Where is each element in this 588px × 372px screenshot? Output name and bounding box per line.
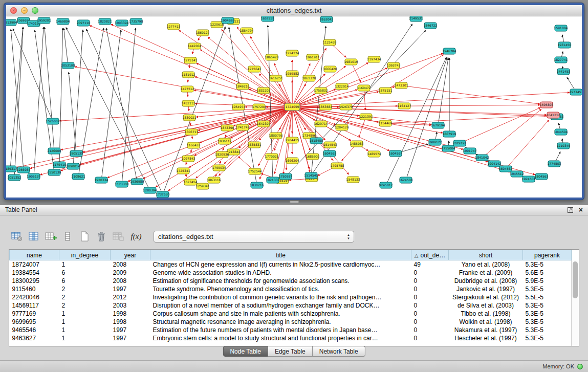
close-panel-button[interactable]: × [579, 206, 583, 213]
network-node[interactable]: 1830021 [183, 115, 197, 121]
network-node[interactable]: 1841042 [475, 155, 489, 161]
network-node[interactable]: 1936112 [218, 138, 232, 144]
cell-pagerank[interactable]: 5.9E-5 [523, 277, 572, 285]
cell-title[interactable]: Embryonic stem cells: a model to study s… [150, 334, 411, 342]
network-node[interactable]: 1770028 [265, 154, 279, 160]
cell-pagerank[interactable]: 5.3E-5 [523, 318, 572, 326]
network-edge[interactable] [59, 28, 63, 165]
network-node[interactable]: 1945512 [510, 171, 524, 177]
cell-name[interactable]: 22420046 [10, 293, 59, 301]
cell-in_degree[interactable]: 1 [59, 326, 111, 334]
network-node[interactable]: 1635831 [248, 142, 262, 148]
column-header-name[interactable]: name [10, 250, 59, 260]
network-node[interactable]: 1679194 [431, 122, 445, 128]
cell-short[interactable]: Jankovic et al. (1997) [449, 285, 523, 293]
network-node[interactable]: 1485083 [350, 141, 364, 147]
network-node[interactable]: 1853664 [319, 104, 333, 110]
network-node[interactable]: 1221391 [359, 114, 373, 120]
network-hub-node[interactable]: 1724059 [285, 103, 300, 111]
cell-pagerank[interactable]: 5.6E-5 [523, 269, 572, 277]
new-table-button[interactable] [77, 230, 92, 243]
network-edge[interactable] [17, 107, 292, 167]
function-builder-button[interactable]: f(x) [127, 230, 145, 243]
network-node[interactable]: 1595803 [540, 102, 554, 108]
network-node[interactable]: 1442004 [188, 43, 202, 49]
table-row[interactable]: 1456911722003Disruption of a novel membe… [10, 301, 572, 310]
delete-column-button[interactable] [60, 230, 75, 243]
cell-in_degree[interactable]: 1 [59, 334, 111, 342]
network-node[interactable]: 1189317 [6, 166, 17, 172]
cell-in_degree[interactable]: 6 [59, 277, 111, 285]
network-edge[interactable] [482, 109, 541, 158]
cell-out_degree[interactable]: 0 [411, 301, 449, 310]
network-node[interactable]: 1197434 [367, 56, 381, 62]
cell-pagerank[interactable]: 5.3E-5 [523, 334, 572, 342]
table-row[interactable]: 946362711997Embryonic stem cells: a mode… [10, 334, 572, 342]
network-node[interactable]: 1154469 [379, 120, 393, 126]
cell-year[interactable]: 2012 [111, 293, 150, 301]
cell-year[interactable]: 2009 [111, 269, 150, 277]
table-row[interactable]: 977716911998Corpus callosum shape and si… [10, 310, 572, 318]
cell-in_degree[interactable]: 2 [59, 293, 111, 301]
network-node[interactable]: 1959201 [37, 17, 51, 24]
network-edge[interactable] [292, 63, 310, 107]
cell-year[interactable]: 1998 [111, 310, 150, 318]
cell-out_degree[interactable]: 0 [411, 285, 449, 293]
network-node[interactable]: 1750937 [279, 173, 293, 180]
network-node[interactable]: 8163042 [320, 16, 334, 23]
network-edge[interactable] [385, 116, 547, 123]
network-node[interactable]: 1548133 [346, 177, 360, 183]
network-node[interactable]: 1875151 [379, 87, 393, 94]
network-edge[interactable] [237, 27, 292, 107]
network-node[interactable]: 1920334 [95, 177, 108, 183]
close-window-button[interactable]: × [10, 7, 17, 14]
network-node[interactable]: 1097843 [182, 156, 195, 162]
network-node[interactable]: 2108621 [72, 173, 85, 180]
network-node[interactable]: 9245012 [379, 182, 393, 188]
network-node[interactable]: 1800795 [269, 133, 283, 139]
panel-resize-handle[interactable] [290, 201, 299, 203]
network-node[interactable]: 1861370 [302, 75, 316, 81]
cell-short[interactable]: Tibbo et al. (1998) [449, 310, 523, 318]
network-edge[interactable] [64, 28, 68, 65]
network-node[interactable]: 1946784 [443, 48, 456, 54]
network-node[interactable]: 1452112 [182, 100, 195, 106]
network-node[interactable]: 1890014 [67, 163, 80, 169]
network-node[interactable]: 1799034 [212, 165, 226, 171]
network-edge[interactable] [45, 27, 54, 151]
network-node[interactable]: 1044504 [554, 129, 568, 135]
network-node[interactable]: 1863116 [207, 177, 221, 183]
network-node[interactable]: 1224274 [286, 50, 299, 56]
network-node[interactable]: 1860127 [196, 30, 210, 36]
network-node[interactable]: 1755004 [442, 145, 455, 151]
cell-in_degree[interactable]: 1 [59, 310, 111, 318]
table-row[interactable]: 1938455462009Genome-wide association stu… [10, 269, 572, 277]
network-edge[interactable] [179, 30, 292, 107]
cell-year[interactable]: 1997 [111, 285, 150, 293]
add-column-button[interactable] [43, 230, 58, 243]
cell-name[interactable]: 9115460 [10, 285, 59, 293]
cell-out_degree[interactable]: 0 [411, 277, 449, 285]
network-node[interactable]: 1179410 [53, 162, 67, 168]
cell-out_degree[interactable]: 0 [411, 334, 449, 342]
network-node[interactable]: 1991747 [463, 148, 477, 154]
cell-short[interactable]: Wolkin et al. (1998) [449, 318, 523, 326]
network-node[interactable]: 1277413 [167, 24, 181, 30]
network-node[interactable]: 1125438 [323, 39, 337, 46]
network-node[interactable]: 1981019 [344, 59, 358, 65]
network-node[interactable]: 1256984 [17, 167, 31, 173]
network-edge[interactable] [107, 107, 292, 178]
network-edge[interactable] [34, 27, 43, 177]
network-node[interactable]: 1873390 [221, 125, 234, 131]
network-node[interactable]: 1275141 [184, 57, 198, 63]
network-edge[interactable] [111, 24, 292, 107]
cell-year[interactable]: 2003 [111, 301, 150, 310]
network-node[interactable]: 1164127 [398, 103, 411, 109]
delete-table-button[interactable] [94, 230, 109, 243]
network-node[interactable]: 1867919 [443, 131, 456, 137]
network-node[interactable]: 1322014 [335, 83, 349, 90]
network-node[interactable]: 1624508 [399, 177, 413, 183]
network-node[interactable]: 1795758 [331, 163, 344, 169]
network-node[interactable]: 1441453 [557, 69, 571, 75]
cell-in_degree[interactable]: 6 [59, 269, 111, 277]
